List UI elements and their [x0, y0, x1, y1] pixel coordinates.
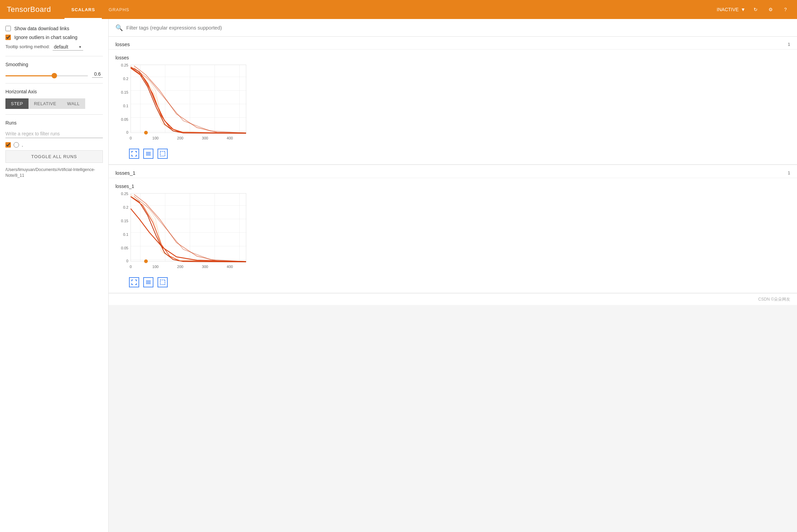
run-path: /Users/limuyuan/Documents/Artificial-Int…: [5, 167, 103, 178]
losses-1-section: losses_1 1 losses_1 0.25 0.2 0.15 0.: [109, 165, 797, 293]
options-section: Show data download links Ignore outliers…: [5, 26, 103, 51]
search-input[interactable]: [126, 25, 790, 31]
svg-text:0: 0: [130, 265, 132, 269]
settings-icon[interactable]: ⚙: [766, 5, 775, 14]
run-row: .: [5, 142, 103, 148]
search-icon: 🔍: [115, 24, 123, 32]
losses-select-button[interactable]: [157, 149, 168, 159]
svg-rect-33: [160, 280, 165, 285]
help-icon[interactable]: ?: [781, 5, 790, 14]
svg-text:0.2: 0.2: [123, 205, 128, 209]
ignore-outliers-row: Ignore outliers in chart scaling: [5, 35, 103, 40]
divider-1: [5, 56, 103, 56]
axis-step-button[interactable]: STEP: [5, 98, 29, 109]
losses-1-fullscreen-button[interactable]: [129, 277, 139, 287]
losses-1-chart-controls: [115, 277, 790, 287]
smoothing-section: Smoothing 0.6: [5, 62, 103, 78]
svg-text:0.1: 0.1: [123, 104, 128, 108]
svg-text:100: 100: [152, 136, 159, 140]
smoothing-row: 0.6: [5, 71, 103, 78]
show-download-row: Show data download links: [5, 26, 103, 31]
ignore-outliers-checkbox[interactable]: [5, 35, 11, 40]
axis-buttons: STEP RELATIVE WALL: [5, 98, 103, 109]
svg-text:0: 0: [126, 259, 128, 263]
svg-text:0.1: 0.1: [123, 232, 128, 236]
run-checkbox[interactable]: [5, 142, 11, 148]
header: TensorBoard SCALARS GRAPHS INACTIVE ▼ ↻ …: [0, 0, 797, 19]
losses-section-header: losses 1: [109, 37, 797, 50]
losses-1-chart-title: losses_1: [115, 184, 790, 189]
svg-text:300: 300: [202, 265, 208, 269]
runs-title: Runs: [5, 120, 103, 126]
axis-relative-button[interactable]: RELATIVE: [29, 98, 62, 109]
losses-section: losses 1 losses 0.25 0.2 0.15: [109, 37, 797, 165]
show-download-checkbox[interactable]: [5, 26, 11, 31]
svg-rect-32: [146, 283, 151, 284]
svg-text:200: 200: [177, 136, 183, 140]
losses-fullscreen-button[interactable]: [129, 149, 139, 159]
main-content: 🔍 losses 1 losses: [109, 19, 797, 532]
tooltip-select[interactable]: default: [53, 43, 83, 51]
run-dot-label: .: [22, 142, 23, 148]
losses-1-section-header: losses_1 1: [109, 165, 797, 178]
footer-credit: CSDN ©朵朵网友: [109, 294, 797, 305]
losses-chart-area: losses 0.25 0.2 0.15 0.1 0.05 0: [109, 50, 797, 164]
svg-text:0.15: 0.15: [121, 90, 128, 94]
divider-2: [5, 83, 103, 83]
ignore-outliers-label: Ignore outliers in chart scaling: [14, 35, 77, 40]
losses-section-title: losses: [115, 41, 130, 47]
header-right: INACTIVE ▼ ↻ ⚙ ?: [717, 5, 790, 14]
svg-text:0.25: 0.25: [121, 63, 128, 67]
tooltip-select-wrapper: default ▼: [53, 43, 83, 51]
losses-section-count: 1: [788, 42, 790, 47]
sidebar: Show data download links Ignore outliers…: [0, 19, 109, 532]
axis-section: Horizontal Axis STEP RELATIVE WALL: [5, 89, 103, 109]
svg-text:100: 100: [152, 265, 159, 269]
losses-chart-title: losses: [115, 55, 790, 60]
svg-text:0.05: 0.05: [121, 246, 128, 250]
svg-text:0: 0: [130, 136, 132, 140]
svg-rect-30: [146, 281, 151, 281]
svg-text:0.05: 0.05: [121, 117, 128, 121]
svg-text:0.25: 0.25: [121, 192, 128, 196]
losses-data-button[interactable]: [143, 149, 153, 159]
svg-text:0.2: 0.2: [123, 77, 128, 81]
svg-text:0: 0: [126, 130, 128, 134]
smoothing-slider[interactable]: [5, 75, 88, 76]
svg-rect-14: [146, 153, 151, 154]
axis-wall-button[interactable]: WALL: [62, 98, 85, 109]
losses-chart-svg: 0.25 0.2 0.15 0.1 0.05 0 0 100 200 300 4…: [115, 63, 251, 145]
smoothing-value: 0.6: [92, 71, 103, 78]
losses-1-section-title: losses_1: [115, 170, 135, 176]
tooltip-label: Tooltip sorting method:: [5, 44, 50, 50]
losses-1-data-button[interactable]: [143, 277, 153, 287]
svg-text:400: 400: [227, 136, 233, 140]
svg-rect-15: [146, 155, 151, 155]
smoothing-title: Smoothing: [5, 62, 103, 67]
nav-scalars[interactable]: SCALARS: [64, 0, 102, 19]
refresh-icon[interactable]: ↻: [751, 5, 760, 14]
main-nav: SCALARS GRAPHS: [64, 0, 136, 19]
show-download-label: Show data download links: [14, 26, 69, 31]
svg-text:0.15: 0.15: [121, 219, 128, 223]
runs-filter-input[interactable]: [5, 130, 103, 138]
svg-rect-31: [146, 282, 151, 283]
svg-text:300: 300: [202, 136, 208, 140]
svg-point-12: [144, 131, 148, 134]
svg-rect-16: [160, 151, 165, 156]
run-radio[interactable]: [14, 142, 19, 148]
losses-1-chart-svg: 0.25 0.2 0.15 0.1 0.05 0 0 100 200 300 4…: [115, 192, 251, 273]
tooltip-row: Tooltip sorting method: default ▼: [5, 43, 103, 51]
runs-section: Runs . TOGGLE ALL RUNS /Users/limuyuan/D…: [5, 120, 103, 178]
smoothing-slider-container: [5, 72, 88, 77]
divider-3: [5, 114, 103, 115]
nav-graphs[interactable]: GRAPHS: [102, 0, 136, 19]
toggle-all-runs-button[interactable]: TOGGLE ALL RUNS: [5, 150, 103, 163]
horizontal-axis-title: Horizontal Axis: [5, 89, 103, 94]
status-dropdown[interactable]: INACTIVE ▼: [717, 7, 745, 12]
search-bar: 🔍: [109, 19, 797, 37]
svg-rect-13: [146, 152, 151, 153]
svg-text:400: 400: [227, 265, 233, 269]
losses-1-select-button[interactable]: [157, 277, 168, 287]
losses-1-chart-area: losses_1 0.25 0.2 0.15 0.1 0.05 0: [109, 178, 797, 293]
